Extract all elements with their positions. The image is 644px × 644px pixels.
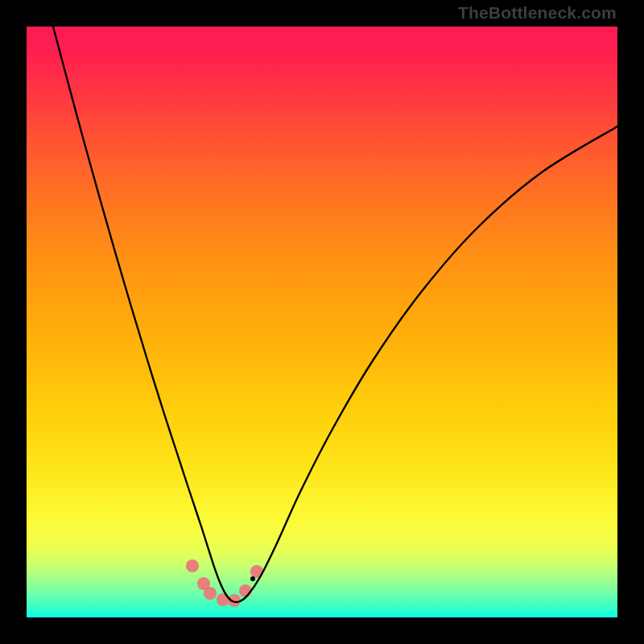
outer-frame: TheBottleneck.com (0, 0, 644, 644)
marker-3 (204, 587, 217, 600)
chart-svg (27, 27, 617, 617)
marker-1 (186, 559, 199, 572)
bottleneck-curve-path (53, 27, 617, 602)
marker-8 (250, 576, 255, 581)
watermark-text: TheBottleneck.com (458, 3, 617, 23)
markers-group (186, 559, 263, 607)
plot-area (27, 27, 617, 617)
